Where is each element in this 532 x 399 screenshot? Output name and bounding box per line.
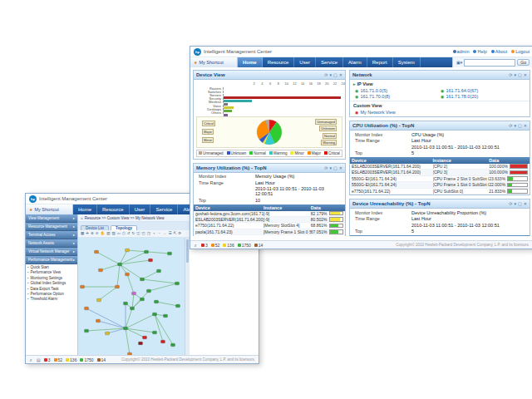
menu-tab-alarm[interactable]: Alarm xyxy=(343,57,367,67)
sound-icon[interactable]: ♬ xyxy=(194,243,198,248)
admin-user[interactable]: admin xyxy=(453,49,470,54)
device-cell[interactable]: paola(161.71.64.23) xyxy=(195,235,264,236)
topology-node[interactable] xyxy=(153,313,157,316)
map-scrollbar[interactable] xyxy=(185,238,190,356)
my-shortcut-tab[interactable]: ★My Shortcut xyxy=(26,204,73,214)
legend-icon[interactable]: ☰ xyxy=(169,230,172,237)
topology-node[interactable] xyxy=(118,263,122,266)
topology-node[interactable] xyxy=(116,285,120,288)
device-cell[interactable]: 5500G-EI(161.71.64.24) xyxy=(352,182,433,187)
layer-icon[interactable]: ◫ xyxy=(136,230,140,237)
menu-tab-user[interactable]: User xyxy=(294,57,316,67)
menu-tab-resource[interactable]: Resource xyxy=(97,204,130,214)
menu-tab-report[interactable]: Report xyxy=(367,57,393,67)
table-row[interactable]: 5500G-EI(161.71.64.24)[CPU Frame 1 Slot … xyxy=(350,182,530,188)
topology-node[interactable] xyxy=(153,331,157,334)
table-row[interactable]: paola(161.71.64.23)[Memory Frame 1 Slot … xyxy=(194,229,345,235)
add-node-icon[interactable]: ＋ xyxy=(152,230,156,237)
ip-view-link[interactable]: ◉161.71.78.0(20) xyxy=(441,94,525,99)
topology-node[interactable] xyxy=(81,285,85,288)
restore-icon[interactable]: ▢ xyxy=(333,72,337,77)
table-row[interactable]: ESLAB2003SERVER(161.71.64.200)[CPU 3]100… xyxy=(350,170,530,175)
sidebar-item-network-assets[interactable]: Network Assets▸ xyxy=(26,239,77,248)
minimize-icon[interactable]: ▾ xyxy=(330,72,332,77)
topology-map[interactable] xyxy=(78,238,185,356)
topology-node[interactable] xyxy=(85,307,89,310)
close-icon[interactable]: ✕ xyxy=(524,123,527,128)
close-icon[interactable]: ✕ xyxy=(339,72,342,77)
topology-node[interactable] xyxy=(145,250,149,254)
topology-node[interactable] xyxy=(164,314,168,318)
minimize-icon[interactable]: ▾ xyxy=(330,165,332,170)
topology-node[interactable] xyxy=(97,298,101,302)
device-cell[interactable]: 5500G-EI(161.71.64.24) xyxy=(352,176,433,181)
restore-icon[interactable]: ▢ xyxy=(333,165,337,170)
table-row[interactable]: ESLAB2003SERVER(161.71.64.200)[-9]80.502… xyxy=(194,217,345,223)
device-cell[interactable]: e7750(161.71.64.22) xyxy=(195,223,264,228)
select-icon[interactable]: ✛ xyxy=(86,230,89,237)
sidebar-item-view-management[interactable]: View Management▸ xyxy=(26,214,77,223)
menu-tab-system[interactable]: System xyxy=(393,57,421,67)
topology-node[interactable] xyxy=(126,273,130,276)
topology-node[interactable] xyxy=(147,289,151,293)
ip-view-link[interactable]: ◉161.71.0.0(5) xyxy=(355,88,439,93)
refresh-icon[interactable]: ⟳ xyxy=(324,165,328,170)
collapse-icon[interactable]: ◳ xyxy=(147,230,150,237)
close-icon[interactable]: ✕ xyxy=(339,165,342,170)
topology-node[interactable] xyxy=(99,268,103,272)
menu-tab-service[interactable]: Service xyxy=(316,57,343,67)
table-row[interactable]: ESLAB2003SERVER(161.71.64.200)[CPU 2]100… xyxy=(350,164,530,170)
alarm-count[interactable]: 1750 xyxy=(80,357,93,362)
topology-node[interactable] xyxy=(161,340,165,343)
table-row[interactable]: 5500G-EI(161.71.64.24)[CPU Frame 2 Slot … xyxy=(350,176,530,182)
layout-icon[interactable]: ▧ xyxy=(106,230,110,237)
alarm-count[interactable]: 52 xyxy=(211,243,220,248)
ip-view-link[interactable]: ◉161.71.70.0(8) xyxy=(355,94,439,99)
my-shortcut-tab[interactable]: ★My Shortcut xyxy=(190,57,238,67)
topology-node[interactable] xyxy=(155,300,159,303)
minimize-icon[interactable]: ▾ xyxy=(515,72,517,77)
topology-node[interactable] xyxy=(124,327,128,330)
minimize-icon[interactable]: ▾ xyxy=(515,123,517,128)
topology-node[interactable] xyxy=(143,336,147,339)
minimize-icon[interactable]: ▾ xyxy=(515,201,517,206)
print-icon[interactable]: ⎙ xyxy=(122,230,126,237)
about-link[interactable]: About xyxy=(491,49,507,54)
menu-tab-home[interactable]: Home xyxy=(73,204,97,214)
menu-tab-service[interactable]: Service xyxy=(150,204,178,214)
device-cell[interactable]: ESLAB2003SERVER(161.71.64.200) xyxy=(352,164,433,169)
refresh-icon[interactable]: ⟳ xyxy=(509,123,512,128)
topology-node[interactable] xyxy=(126,249,130,252)
table-row[interactable]: paola(161.71.64.23)[Memory Frame 1 Slot … xyxy=(194,235,345,236)
restore-icon[interactable]: ▢ xyxy=(518,123,522,128)
topology-node[interactable] xyxy=(140,298,145,301)
device-cell[interactable]: goshali-fedora.gov.3com.com(161.71.64.94… xyxy=(195,211,264,216)
link-icon[interactable]: ↔ xyxy=(163,230,167,237)
restore-icon[interactable]: ▢ xyxy=(518,72,522,77)
topology-node[interactable] xyxy=(175,282,180,285)
topology-node[interactable] xyxy=(176,304,180,308)
refresh-icon[interactable]: ⟳ xyxy=(509,72,512,77)
topology-node[interactable] xyxy=(171,343,175,347)
undo-icon[interactable]: ↺ xyxy=(127,230,131,237)
zoom-out-icon[interactable]: ⊖ xyxy=(96,230,99,237)
sound-icon[interactable]: ♬ xyxy=(29,357,33,362)
alarm-count[interactable]: 14 xyxy=(254,243,264,248)
table-row[interactable]: e7750(161.71.64.22)[Memory SlotSlot 4]68… xyxy=(194,223,345,229)
alarm-count[interactable]: 3 xyxy=(201,243,208,248)
refresh-icon[interactable]: ⟳ xyxy=(178,230,181,237)
alarm-count[interactable]: 3 xyxy=(44,357,51,362)
my-network-view-link[interactable]: ◉My Network View xyxy=(355,110,439,115)
topology-node[interactable] xyxy=(85,329,89,332)
topology-node[interactable] xyxy=(157,269,161,273)
menu-tab-home[interactable]: Home xyxy=(238,57,263,67)
topology-node[interactable] xyxy=(131,307,135,310)
ip-view-link[interactable]: ◉161.71.64.0(67) xyxy=(441,88,525,93)
search-go-button[interactable]: Go xyxy=(517,59,530,66)
help-link[interactable]: Help xyxy=(473,49,486,54)
search-input[interactable] xyxy=(464,59,515,66)
topology-node[interactable] xyxy=(132,292,136,295)
refresh-icon[interactable]: ⟳ xyxy=(509,201,512,206)
sidebar-item-resource-management[interactable]: Resource Management▸ xyxy=(26,223,77,231)
redo-icon[interactable]: ↻ xyxy=(131,230,135,237)
